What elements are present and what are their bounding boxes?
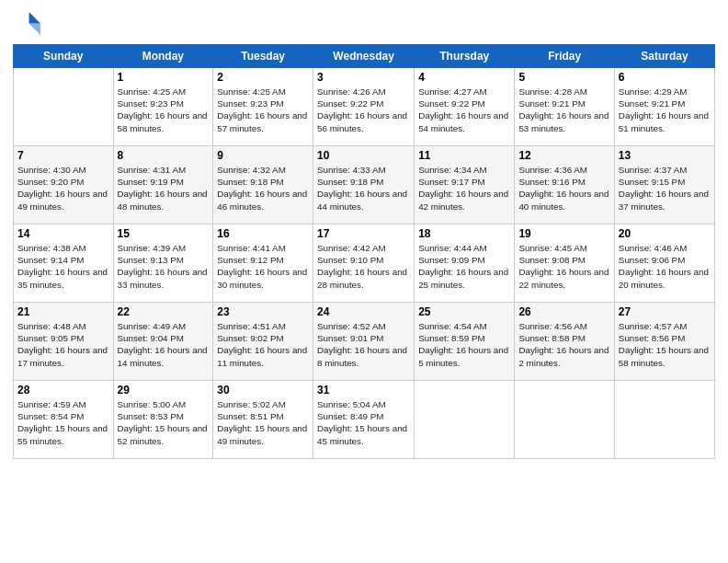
day-info: Sunrise: 4:26 AM Sunset: 9:22 PM Dayligh…: [317, 86, 410, 134]
calendar-day-cell: 26Sunrise: 4:56 AM Sunset: 8:58 PM Dayli…: [515, 303, 614, 381]
day-number: 9: [217, 149, 309, 162]
calendar-day-cell: 6Sunrise: 4:29 AM Sunset: 9:21 PM Daylig…: [614, 68, 714, 146]
calendar-header-row: SundayMondayTuesdayWednesdayThursdayFrid…: [14, 45, 715, 68]
calendar-day-cell: 9Sunrise: 4:32 AM Sunset: 9:18 PM Daylig…: [213, 146, 313, 224]
logo-icon: [15, 9, 40, 35]
day-number: 12: [518, 149, 609, 162]
calendar-day-cell: 14Sunrise: 4:38 AM Sunset: 9:14 PM Dayli…: [14, 224, 114, 303]
calendar-day-cell: 15Sunrise: 4:39 AM Sunset: 9:13 PM Dayli…: [113, 224, 213, 303]
calendar-week-row: 7Sunrise: 4:30 AM Sunset: 9:20 PM Daylig…: [14, 146, 715, 224]
day-info: Sunrise: 4:36 AM Sunset: 9:16 PM Dayligh…: [518, 164, 609, 213]
day-number: 17: [317, 227, 410, 240]
day-of-week-header: Saturday: [614, 45, 714, 68]
calendar-day-cell: 10Sunrise: 4:33 AM Sunset: 9:18 PM Dayli…: [313, 146, 415, 224]
calendar-day-cell: 11Sunrise: 4:34 AM Sunset: 9:17 PM Dayli…: [415, 146, 515, 224]
day-info: Sunrise: 4:25 AM Sunset: 9:23 PM Dayligh…: [217, 86, 309, 134]
calendar-week-row: 21Sunrise: 4:48 AM Sunset: 9:05 PM Dayli…: [14, 303, 715, 381]
day-number: 31: [317, 384, 410, 396]
calendar-day-cell: 4Sunrise: 4:27 AM Sunset: 9:22 PM Daylig…: [415, 68, 515, 146]
day-info: Sunrise: 5:00 AM Sunset: 8:53 PM Dayligh…: [118, 398, 210, 447]
day-of-week-header: Tuesday: [213, 45, 313, 68]
calendar-day-cell: 28Sunrise: 4:59 AM Sunset: 8:54 PM Dayli…: [14, 381, 114, 459]
day-of-week-header: Sunday: [14, 45, 114, 68]
calendar-day-cell: 18Sunrise: 4:44 AM Sunset: 9:09 PM Dayli…: [415, 224, 515, 303]
day-info: Sunrise: 4:54 AM Sunset: 8:59 PM Dayligh…: [418, 320, 510, 369]
day-number: 18: [418, 227, 510, 240]
day-info: Sunrise: 4:29 AM Sunset: 9:21 PM Dayligh…: [619, 86, 711, 134]
day-number: 19: [518, 227, 609, 240]
day-info: Sunrise: 4:31 AM Sunset: 9:19 PM Dayligh…: [118, 164, 210, 213]
calendar-day-cell: [614, 381, 714, 459]
day-info: Sunrise: 4:38 AM Sunset: 9:14 PM Dayligh…: [17, 242, 109, 291]
day-info: Sunrise: 4:34 AM Sunset: 9:17 PM Dayligh…: [418, 164, 510, 213]
calendar-table: SundayMondayTuesdayWednesdayThursdayFrid…: [13, 44, 715, 459]
day-info: Sunrise: 4:57 AM Sunset: 8:56 PM Dayligh…: [619, 320, 711, 369]
day-info: Sunrise: 5:02 AM Sunset: 8:51 PM Dayligh…: [217, 398, 309, 447]
day-info: Sunrise: 4:52 AM Sunset: 9:01 PM Dayligh…: [317, 320, 410, 369]
day-info: Sunrise: 4:56 AM Sunset: 8:58 PM Dayligh…: [518, 320, 609, 369]
day-info: Sunrise: 4:33 AM Sunset: 9:18 PM Dayligh…: [317, 164, 410, 213]
day-number: 5: [518, 71, 609, 84]
calendar-day-cell: 23Sunrise: 4:51 AM Sunset: 9:02 PM Dayli…: [213, 303, 313, 381]
day-number: 13: [619, 149, 711, 162]
day-number: 25: [418, 305, 510, 318]
calendar-day-cell: [14, 68, 114, 146]
day-info: Sunrise: 4:49 AM Sunset: 9:04 PM Dayligh…: [118, 320, 210, 369]
calendar-day-cell: [515, 381, 614, 459]
day-number: 8: [118, 149, 210, 162]
calendar-week-row: 28Sunrise: 4:59 AM Sunset: 8:54 PM Dayli…: [14, 381, 715, 459]
day-info: Sunrise: 4:51 AM Sunset: 9:02 PM Dayligh…: [217, 320, 309, 369]
day-of-week-header: Wednesday: [313, 45, 415, 68]
day-info: Sunrise: 4:45 AM Sunset: 9:08 PM Dayligh…: [518, 242, 609, 291]
main-container: SundayMondayTuesdayWednesdayThursdayFrid…: [0, 0, 728, 468]
calendar-day-cell: 25Sunrise: 4:54 AM Sunset: 8:59 PM Dayli…: [415, 303, 515, 381]
day-number: 3: [317, 71, 410, 84]
day-info: Sunrise: 4:41 AM Sunset: 9:12 PM Dayligh…: [217, 242, 309, 291]
day-number: 14: [17, 227, 109, 240]
day-number: 26: [518, 305, 609, 318]
calendar-day-cell: 2Sunrise: 4:25 AM Sunset: 9:23 PM Daylig…: [213, 68, 313, 146]
calendar-day-cell: 20Sunrise: 4:46 AM Sunset: 9:06 PM Dayli…: [614, 224, 714, 303]
day-number: 21: [17, 305, 109, 318]
day-number: 1: [118, 71, 210, 84]
calendar-day-cell: 31Sunrise: 5:04 AM Sunset: 8:49 PM Dayli…: [313, 381, 415, 459]
calendar-day-cell: 27Sunrise: 4:57 AM Sunset: 8:56 PM Dayli…: [614, 303, 714, 381]
day-info: Sunrise: 4:46 AM Sunset: 9:06 PM Dayligh…: [619, 242, 711, 291]
day-number: 23: [217, 305, 309, 318]
day-number: 15: [118, 227, 210, 240]
day-number: 10: [317, 149, 410, 162]
day-number: 11: [418, 149, 510, 162]
logo: [13, 9, 42, 39]
day-number: 2: [217, 71, 309, 84]
calendar-day-cell: 21Sunrise: 4:48 AM Sunset: 9:05 PM Dayli…: [14, 303, 114, 381]
day-number: 4: [418, 71, 510, 84]
day-info: Sunrise: 4:27 AM Sunset: 9:22 PM Dayligh…: [418, 86, 510, 134]
calendar-week-row: 14Sunrise: 4:38 AM Sunset: 9:14 PM Dayli…: [14, 224, 715, 303]
calendar-day-cell: 8Sunrise: 4:31 AM Sunset: 9:19 PM Daylig…: [113, 146, 213, 224]
day-number: 7: [17, 149, 109, 162]
calendar-day-cell: 19Sunrise: 4:45 AM Sunset: 9:08 PM Dayli…: [515, 224, 614, 303]
day-info: Sunrise: 4:39 AM Sunset: 9:13 PM Dayligh…: [118, 242, 210, 291]
day-of-week-header: Monday: [113, 45, 213, 68]
calendar-day-cell: 5Sunrise: 4:28 AM Sunset: 9:21 PM Daylig…: [515, 68, 614, 146]
calendar-day-cell: 7Sunrise: 4:30 AM Sunset: 9:20 PM Daylig…: [14, 146, 114, 224]
day-info: Sunrise: 4:42 AM Sunset: 9:10 PM Dayligh…: [317, 242, 410, 291]
day-info: Sunrise: 4:59 AM Sunset: 8:54 PM Dayligh…: [17, 398, 109, 447]
day-info: Sunrise: 4:32 AM Sunset: 9:18 PM Dayligh…: [217, 164, 309, 213]
calendar-week-row: 1Sunrise: 4:25 AM Sunset: 9:23 PM Daylig…: [14, 68, 715, 146]
day-number: 6: [619, 71, 711, 84]
day-info: Sunrise: 4:30 AM Sunset: 9:20 PM Dayligh…: [17, 164, 109, 213]
day-of-week-header: Thursday: [415, 45, 515, 68]
day-info: Sunrise: 4:44 AM Sunset: 9:09 PM Dayligh…: [418, 242, 510, 291]
svg-marker-0: [29, 12, 40, 23]
calendar-day-cell: [415, 381, 515, 459]
calendar-day-cell: 29Sunrise: 5:00 AM Sunset: 8:53 PM Dayli…: [113, 381, 213, 459]
calendar-day-cell: 16Sunrise: 4:41 AM Sunset: 9:12 PM Dayli…: [213, 224, 313, 303]
day-number: 30: [217, 384, 309, 396]
day-info: Sunrise: 4:37 AM Sunset: 9:15 PM Dayligh…: [619, 164, 711, 213]
calendar-day-cell: 30Sunrise: 5:02 AM Sunset: 8:51 PM Dayli…: [213, 381, 313, 459]
day-of-week-header: Friday: [515, 45, 614, 68]
day-number: 28: [17, 384, 109, 396]
day-info: Sunrise: 4:28 AM Sunset: 9:21 PM Dayligh…: [518, 86, 609, 134]
calendar-day-cell: 17Sunrise: 4:42 AM Sunset: 9:10 PM Dayli…: [313, 224, 415, 303]
